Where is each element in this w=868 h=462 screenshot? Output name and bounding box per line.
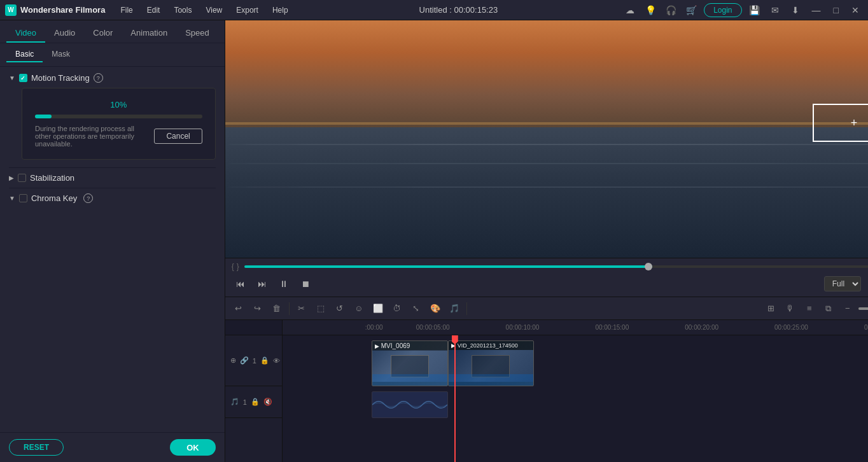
chroma-key-checkbox[interactable]	[19, 194, 27, 202]
motion-tracking-label: Motion Tracking	[31, 73, 90, 83]
scene-horizon	[225, 122, 868, 125]
menu-view[interactable]: View	[199, 3, 228, 17]
motion-tracking-chevron[interactable]: ▼	[9, 74, 15, 81]
ok-button[interactable]: OK	[170, 439, 216, 456]
split-view-icon[interactable]: ⧉	[820, 300, 837, 317]
download-icon[interactable]: ⬇	[788, 3, 803, 18]
video-track-label: ⊕ 🔗 1 🔒 👁	[225, 335, 282, 386]
zoom-track[interactable]	[858, 307, 868, 310]
effects-button[interactable]: ☺	[351, 300, 367, 317]
close-button[interactable]: ✕	[848, 5, 863, 15]
tl-tracks: ▶ MVI_0069	[283, 335, 868, 421]
ruler-tick-2: 00:00:10:00	[506, 324, 540, 331]
step-back-button[interactable]: ⏭	[253, 275, 271, 293]
audio-track-label: 🎵 1 🔒 🔇	[225, 386, 282, 418]
cut-button[interactable]: ✂	[293, 300, 310, 317]
crop-button[interactable]: ⬚	[312, 300, 329, 317]
voiceover-icon[interactable]: 🎙	[782, 300, 799, 317]
rotate-button[interactable]: ↺	[332, 300, 348, 317]
menu-help[interactable]: Help	[266, 3, 295, 17]
menu-bar: W Wondershare Filmora File Edit Tools Vi…	[0, 0, 868, 20]
ruler-tick-3: 00:00:15:00	[595, 324, 629, 331]
audio-track-mute-icon[interactable]: 🔇	[263, 398, 272, 406]
pause-button[interactable]: ⏸	[275, 275, 293, 293]
audio-track-lock-icon[interactable]: 🔒	[251, 398, 260, 406]
clip-1-video-icon: ▶	[375, 343, 379, 349]
motion-tracking-checkbox[interactable]: ✓	[19, 74, 27, 82]
video-clip-1[interactable]: ▶ MVI_0069	[372, 340, 448, 386]
tab-audio[interactable]: Audio	[45, 24, 84, 43]
frame-button[interactable]: ⬜	[370, 300, 386, 317]
login-button[interactable]: Login	[704, 3, 741, 17]
stabilization-checkbox[interactable]	[18, 174, 26, 182]
preview-area: +	[225, 20, 868, 258]
audio-waveform-svg	[372, 392, 447, 417]
cart-icon[interactable]: 🛒	[683, 3, 699, 18]
save-icon[interactable]: 💾	[747, 3, 762, 18]
reset-button[interactable]: RESET	[9, 439, 64, 456]
bulb-icon[interactable]: 💡	[643, 3, 658, 18]
transform-button[interactable]: ⤡	[408, 300, 424, 317]
cancel-button[interactable]: Cancel	[154, 129, 202, 144]
tab-color[interactable]: Color	[84, 24, 122, 43]
chroma-key-chevron[interactable]: ▼	[9, 195, 15, 202]
seek-track[interactable]	[244, 265, 868, 268]
undo-button[interactable]: ↩	[230, 300, 247, 317]
menu-tools[interactable]: Tools	[167, 3, 198, 17]
menu-file[interactable]: File	[114, 3, 139, 17]
tracking-box[interactable]: +	[813, 104, 868, 142]
zoom-out-icon[interactable]: −	[839, 300, 856, 317]
menu-export[interactable]: Export	[230, 3, 265, 17]
progress-bar-fill	[35, 115, 52, 118]
subtab-mask[interactable]: Mask	[43, 47, 79, 62]
redo-button[interactable]: ↪	[249, 300, 266, 317]
tab-animation[interactable]: Animation	[122, 24, 176, 43]
playhead[interactable]	[454, 335, 456, 462]
tab-video[interactable]: Video	[6, 24, 45, 43]
tl-track-labels: ⊕ 🔗 1 🔒 👁 🎵 1 🔒 🔇	[225, 320, 283, 462]
bracket-open-icon[interactable]: {	[232, 262, 234, 271]
menu-edit[interactable]: Edit	[141, 3, 167, 17]
video-track-eye-icon[interactable]: 👁	[273, 357, 280, 365]
skip-back-button[interactable]: ⏮	[232, 275, 249, 293]
mail-icon[interactable]: ✉	[767, 3, 783, 18]
video-track-add-icon[interactable]: ⊕	[230, 356, 236, 365]
stop-button[interactable]: ⏹	[297, 275, 314, 293]
settings-icon[interactable]: ≡	[801, 300, 818, 317]
ruler-tick-5: 00:00:25:00	[774, 324, 808, 331]
progress-note: During the rendering process all other o…	[35, 125, 148, 148]
clip-1-waveform	[372, 374, 447, 386]
audio-track	[283, 389, 868, 421]
subtab-basic[interactable]: Basic	[6, 47, 43, 62]
minimize-button[interactable]: —	[808, 5, 825, 15]
cloud-icon[interactable]: ☁	[622, 3, 638, 18]
bracket-close-icon[interactable]: }	[237, 262, 239, 271]
speed-button[interactable]: ⏱	[389, 300, 405, 317]
tl-ruler: :00:00 00:00:05:00 00:00:10:00 00:00:15:…	[283, 320, 868, 335]
scene-detect-icon[interactable]: ⊞	[763, 300, 780, 317]
audio-mix-button[interactable]: 🎵	[446, 300, 463, 317]
video-track-link-icon[interactable]: 🔗	[240, 356, 249, 365]
video-track-lock-icon[interactable]: 🔒	[260, 356, 269, 365]
stabilization-chevron[interactable]: ▶	[9, 174, 14, 181]
chroma-key-help-icon[interactable]: ?	[83, 193, 93, 203]
color-button[interactable]: 🎨	[427, 300, 444, 317]
quality-select[interactable]: Full 1/2 1/4	[824, 276, 861, 291]
scene-sky	[225, 20, 868, 127]
motion-tracking-help-icon[interactable]: ?	[94, 73, 103, 83]
audio-clip-1[interactable]	[372, 391, 448, 418]
fullscreen-icon[interactable]: ⛶	[865, 275, 868, 293]
panel-content: ▼ ✓ Motion Tracking ? 10% During the ren…	[0, 67, 225, 432]
audio-track-music-icon: 🎵	[230, 398, 239, 406]
tab-row: Video Audio Color Animation Speed	[0, 20, 225, 43]
clip-1-label: ▶ MVI_0069	[372, 341, 447, 351]
tab-speed[interactable]: Speed	[176, 24, 218, 43]
maximize-button[interactable]: □	[830, 5, 843, 15]
subtab-row: Basic Mask	[0, 43, 225, 67]
audio-track-number: 1	[243, 398, 247, 406]
headset-icon[interactable]: 🎧	[663, 3, 678, 18]
video-clip-2[interactable]: ▶ VID_20201213_174500	[448, 340, 534, 386]
seek-row: { } 00:00:09:06	[232, 258, 868, 272]
delete-button[interactable]: 🗑	[269, 300, 285, 317]
stabilization-row: ▶ Stabilization	[9, 167, 216, 188]
